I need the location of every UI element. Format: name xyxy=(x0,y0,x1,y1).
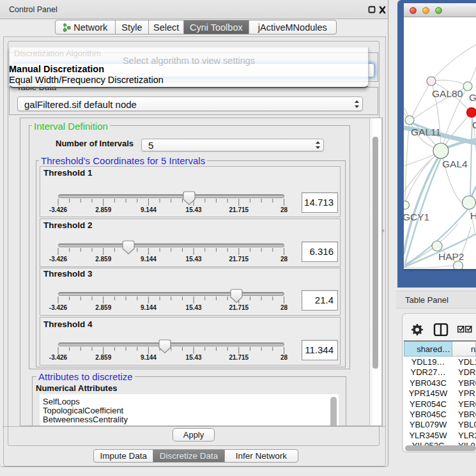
svg-text:CR: CR xyxy=(472,119,476,130)
svg-text:GAL11: GAL11 xyxy=(411,127,441,137)
svg-text:HAP2: HAP2 xyxy=(438,251,464,262)
svg-text:HI: HI xyxy=(470,210,476,221)
svg-text:GAL4: GAL4 xyxy=(442,158,468,169)
svg-text:GA: GA xyxy=(469,92,476,103)
svg-text:GAL80: GAL80 xyxy=(432,88,463,99)
svg-text:GCY1: GCY1 xyxy=(404,211,429,222)
